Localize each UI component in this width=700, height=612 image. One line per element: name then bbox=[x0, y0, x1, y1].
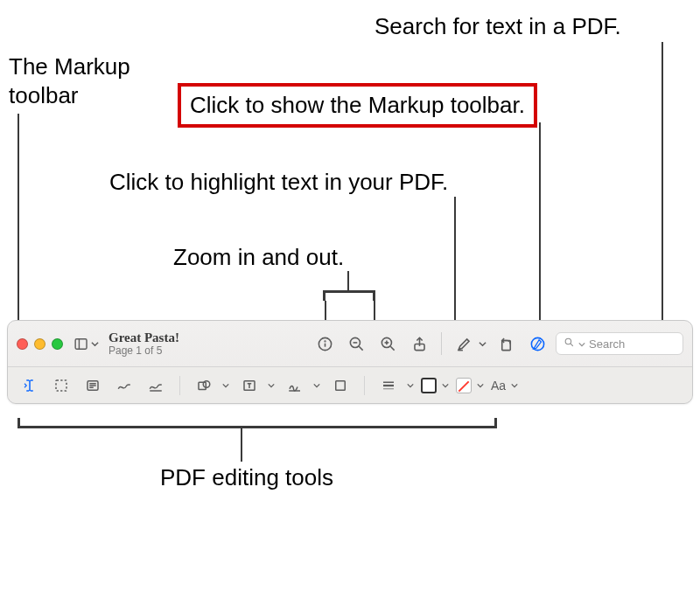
rectangular-selection-tool[interactable] bbox=[48, 373, 74, 398]
info-button[interactable] bbox=[312, 331, 338, 356]
page-indicator: Page 1 of 5 bbox=[108, 345, 179, 357]
leader-line bbox=[539, 122, 541, 330]
chevron-down-icon[interactable] bbox=[440, 382, 451, 389]
markup-toolbar-caption: The Markup toolbar bbox=[9, 52, 130, 109]
chevron-down-icon bbox=[90, 340, 100, 348]
chevron-down-icon[interactable] bbox=[220, 382, 231, 389]
svg-rect-24 bbox=[199, 382, 206, 389]
search-input[interactable]: Search bbox=[556, 332, 683, 355]
svg-line-17 bbox=[570, 344, 573, 346]
highlight-caption: Click to highlight text in your PDF. bbox=[109, 168, 448, 197]
minimize-window-button[interactable] bbox=[34, 338, 46, 350]
chevron-down-icon[interactable] bbox=[266, 382, 276, 389]
border-color-swatch[interactable] bbox=[421, 378, 437, 393]
chevron-down-icon bbox=[578, 337, 585, 351]
chevron-down-icon[interactable] bbox=[312, 382, 322, 389]
chevron-down-icon[interactable] bbox=[509, 382, 520, 389]
show-markup-caption: Click to show the Markup toolbar. bbox=[178, 83, 537, 128]
redact-tool[interactable] bbox=[80, 373, 106, 398]
separator bbox=[364, 376, 365, 395]
search-caption: Search for text in a PDF. bbox=[374, 12, 621, 41]
markup-toolbar: Aa bbox=[8, 366, 692, 403]
rotate-button[interactable] bbox=[493, 331, 519, 356]
sidebar-toggle-button[interactable] bbox=[74, 331, 100, 356]
leader-line bbox=[662, 42, 663, 329]
svg-rect-18 bbox=[56, 380, 66, 391]
note-tool[interactable] bbox=[327, 373, 354, 398]
fill-color-swatch[interactable] bbox=[456, 378, 472, 393]
leader-line bbox=[241, 428, 242, 462]
main-toolbar: Great Pasta! Page 1 of 5 bbox=[8, 321, 692, 366]
chevron-down-icon[interactable] bbox=[405, 382, 416, 389]
zoom-caption: Zoom in and out. bbox=[173, 243, 344, 272]
svg-line-6 bbox=[359, 346, 362, 350]
svg-rect-28 bbox=[336, 380, 346, 390]
zoom-in-button[interactable] bbox=[374, 331, 401, 356]
separator bbox=[179, 376, 180, 395]
search-icon bbox=[564, 337, 575, 351]
zoom-out-button[interactable] bbox=[343, 331, 369, 356]
svg-rect-0 bbox=[75, 338, 87, 348]
svg-line-9 bbox=[390, 346, 394, 350]
chevron-down-icon[interactable] bbox=[475, 382, 486, 389]
document-title: Great Pasta! bbox=[108, 331, 179, 345]
editing-tools-caption: PDF editing tools bbox=[160, 463, 333, 492]
highlight-menu-chevron[interactable] bbox=[477, 340, 487, 348]
line-style-tool[interactable] bbox=[375, 373, 402, 398]
shapes-tool[interactable] bbox=[191, 373, 217, 398]
draw-tool[interactable] bbox=[143, 373, 169, 398]
bracket bbox=[323, 290, 375, 301]
leader-line bbox=[454, 197, 456, 330]
preview-window: Great Pasta! Page 1 of 5 bbox=[7, 320, 693, 404]
bracket bbox=[18, 418, 497, 428]
text-selection-tool[interactable] bbox=[17, 373, 43, 398]
text-box-tool[interactable] bbox=[236, 373, 262, 398]
share-button[interactable] bbox=[406, 331, 432, 356]
svg-point-16 bbox=[565, 338, 571, 344]
separator bbox=[441, 332, 442, 355]
svg-point-4 bbox=[325, 340, 326, 341]
fullscreen-window-button[interactable] bbox=[52, 338, 63, 350]
window-controls bbox=[17, 338, 63, 350]
highlight-button[interactable] bbox=[451, 331, 477, 356]
search-placeholder: Search bbox=[589, 337, 625, 351]
leader-line bbox=[347, 271, 349, 290]
sign-tool[interactable] bbox=[282, 373, 308, 398]
font-style-tool[interactable]: Aa bbox=[491, 379, 506, 393]
show-markup-toolbar-button[interactable] bbox=[524, 331, 550, 356]
close-window-button[interactable] bbox=[17, 338, 28, 350]
sketch-tool[interactable] bbox=[111, 373, 137, 398]
document-title-block: Great Pasta! Page 1 of 5 bbox=[108, 331, 179, 356]
